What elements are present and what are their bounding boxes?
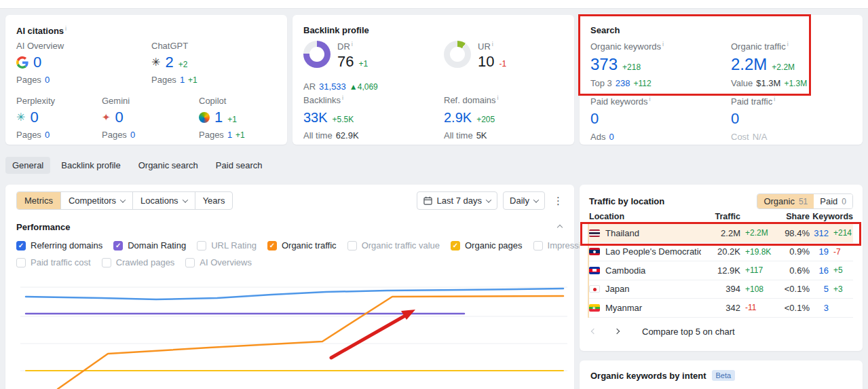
share-value: 98.4% <box>774 228 810 238</box>
metric-toggle-organic-traffic[interactable]: Organic traffic <box>267 240 337 251</box>
info-icon[interactable]: i <box>65 25 67 32</box>
more-options-icon[interactable]: ⋮ <box>553 195 563 207</box>
metric-toggle-paid-traffic-cost[interactable]: Paid traffic cost <box>16 257 91 267</box>
metric-toggle-organic-traffic-value[interactable]: Organic traffic value <box>347 240 440 251</box>
metric-toggle-organic-pages[interactable]: Organic pages <box>451 240 523 251</box>
chatgpt-label: ChatGPT <box>151 41 197 51</box>
toggle-paid-label: Paid <box>820 196 837 206</box>
keywords-value[interactable]: 16 <box>810 265 829 276</box>
traffic-table-header: Location Traffic Share Keywords <box>589 209 853 224</box>
traffic-table-footer: Compare top 5 on chart <box>589 327 853 337</box>
column-traffic[interactable]: Traffic <box>701 212 740 221</box>
metric-toggle-domain-rating[interactable]: Domain Rating <box>113 240 186 251</box>
tab-general[interactable]: General <box>5 157 50 174</box>
paid-keywords-label: Paid keywordsi <box>590 96 651 107</box>
metric-toggle-url-rating[interactable]: URL Rating <box>197 240 257 251</box>
checkbox-icon <box>113 241 123 251</box>
organic-keywords-value[interactable]: 373 <box>590 55 618 74</box>
pages-value[interactable]: 1 <box>180 75 185 85</box>
gemini-icon: ✦ <box>102 111 111 124</box>
value-amount: $1.3M <box>756 78 780 88</box>
date-range-button[interactable]: Last 7 days <box>417 191 498 210</box>
pages-value[interactable]: 0 <box>130 130 135 140</box>
info-icon[interactable]: i <box>492 41 493 48</box>
traffic-value: 342 <box>701 303 740 313</box>
top3-value[interactable]: 238 <box>616 78 630 88</box>
tab-organic-search[interactable]: Organic search <box>132 157 205 174</box>
column-location[interactable]: Location <box>589 212 701 221</box>
table-row-thailand[interactable]: Thailand2.2M+2.2M98.4%312+214 <box>589 224 853 243</box>
compare-top5-link[interactable]: Compare top 5 on chart <box>642 327 735 337</box>
keywords-value[interactable]: 312 <box>810 228 829 238</box>
ar-value[interactable]: 31,533 <box>319 81 346 92</box>
organic-traffic-value[interactable]: 2.2M <box>731 55 767 74</box>
calendar-icon <box>423 196 432 205</box>
table-row-laos[interactable]: Lao People's Democratic Reput20.2K+19.8K… <box>589 243 853 262</box>
ur-donut-chart <box>444 41 471 68</box>
toggle-organic[interactable]: Organic51 <box>757 194 814 208</box>
traffic-value: 12.9K <box>701 265 740 276</box>
prev-page-icon[interactable] <box>589 327 599 336</box>
copilot-delta: +1 <box>227 115 237 124</box>
cost-value: N/A <box>753 132 768 142</box>
tab-backlink-profile[interactable]: Backlink profile <box>54 157 127 174</box>
filter-locations-label: Locations <box>140 196 178 206</box>
value-label: Value <box>731 78 753 88</box>
granularity-value: Daily <box>510 196 529 206</box>
pages-value[interactable]: 0 <box>45 75 50 85</box>
share-value: <0.1% <box>774 284 810 294</box>
ref-domains-label: Ref. domainsi <box>444 94 499 105</box>
info-icon[interactable]: i <box>787 41 789 48</box>
info-icon[interactable]: i <box>497 94 499 101</box>
table-row-japan[interactable]: Japan394+108<0.1%5+3 <box>589 280 853 299</box>
metric-toggle-crawled-pages[interactable]: Crawled pages <box>102 257 175 267</box>
tab-paid-search[interactable]: Paid search <box>209 157 269 174</box>
metric-row-2: Paid traffic costCrawled pagesAI Overvie… <box>16 257 563 267</box>
collapse-section-icon[interactable] <box>556 224 563 231</box>
share-value: <0.1% <box>774 303 810 313</box>
info-icon[interactable]: i <box>774 96 775 103</box>
filter-competitors[interactable]: Competitors <box>60 192 132 209</box>
paid-keywords-value[interactable]: 0 <box>590 110 599 128</box>
column-share[interactable]: Share <box>774 212 810 221</box>
toggle-paid[interactable]: Paid0 <box>814 194 852 208</box>
chatgpt-delta: +2 <box>178 60 188 69</box>
column-keywords[interactable]: Keywords <box>810 212 853 221</box>
traffic-by-location-card: Traffic by location Organic51 Paid0 Loca… <box>580 185 863 351</box>
ref-domains-value[interactable]: 2.9K <box>444 109 472 126</box>
table-row-myanmar[interactable]: Myanmar342-11<0.1%3 <box>589 299 853 318</box>
organic-traffic-delta: +2.2M <box>772 62 795 72</box>
ar-delta: ▲4,069 <box>350 82 378 92</box>
location-name: Lao People's Democratic Reput <box>605 246 701 257</box>
metric-toggle-referring-domains[interactable]: Referring domains <box>16 240 102 251</box>
backlinks-value[interactable]: 33K <box>303 109 328 126</box>
info-icon[interactable]: i <box>662 41 664 48</box>
table-row-cambodia[interactable]: Cambodia12.9K+1170.6%16+5 <box>589 261 853 280</box>
pages-value[interactable]: 1 <box>227 130 232 140</box>
performance-chart[interactable] <box>5 272 574 389</box>
dr-label: DRi <box>337 41 368 52</box>
filter-metrics[interactable]: Metrics <box>17 192 60 209</box>
keywords-value[interactable]: 19 <box>810 246 829 257</box>
info-icon[interactable]: i <box>342 94 343 101</box>
granularity-button[interactable]: Daily <box>503 191 545 210</box>
keywords-value[interactable]: 5 <box>810 284 829 294</box>
date-controls: Last 7 days Daily ⋮ <box>417 191 563 210</box>
paid-traffic-value[interactable]: 0 <box>731 110 739 128</box>
perplexity-label: Perplexity <box>16 96 55 106</box>
filter-locations[interactable]: Locations <box>132 192 195 209</box>
keywords-value[interactable]: 3 <box>810 303 829 313</box>
organic-keywords-block: Organic keywordsi 373+218 Top 3238+112 <box>590 41 664 88</box>
filter-years[interactable]: Years <box>195 192 233 209</box>
ur-delta: -1 <box>499 59 506 69</box>
info-icon[interactable]: i <box>649 96 651 103</box>
backlinks-label: Backlinksi <box>303 94 359 105</box>
metric-toggle-ai-overviews[interactable]: AI Overviews <box>185 257 252 267</box>
pages-value[interactable]: 0 <box>45 130 50 140</box>
search-card: Search Organic keywordsi 373+218 Top 323… <box>580 15 863 145</box>
section-tabs: General Backlink profile Organic search … <box>5 157 269 174</box>
next-page-icon[interactable] <box>612 327 622 336</box>
info-icon[interactable]: i <box>352 41 353 48</box>
alltime-label: All time <box>444 130 473 141</box>
ads-value[interactable]: 0 <box>609 132 614 142</box>
